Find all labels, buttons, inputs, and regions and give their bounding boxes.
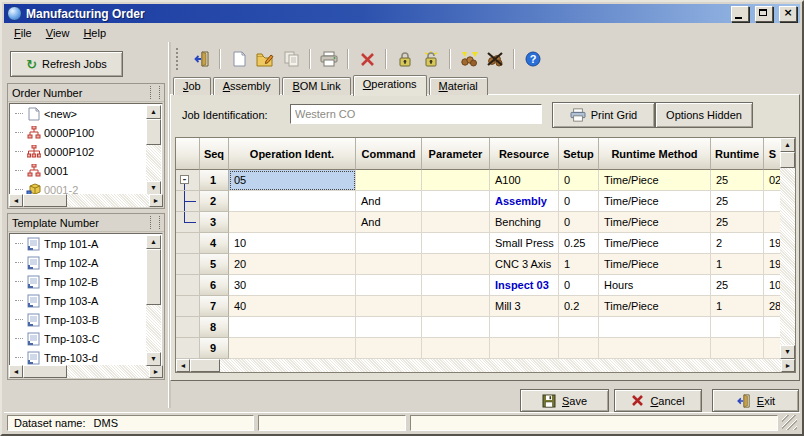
template-item[interactable]: Tmp-103-B xyxy=(10,310,162,329)
grid-header-clipped[interactable]: S xyxy=(764,138,781,170)
cell-runtime-method[interactable] xyxy=(599,338,711,359)
order-tree-hscrollbar[interactable]: ◄ ► xyxy=(9,194,163,207)
scroll-right-button[interactable]: ► xyxy=(149,365,163,378)
maximize-button[interactable] xyxy=(755,6,773,22)
scroll-down-button[interactable]: ▼ xyxy=(146,352,161,366)
scrollbar-thumb[interactable] xyxy=(190,359,220,372)
cell-parameter[interactable] xyxy=(422,191,490,212)
grid-header-indicator[interactable] xyxy=(176,138,200,170)
row-seq-cell[interactable]: 1 xyxy=(200,170,229,191)
cell-setup[interactable]: 0.2 xyxy=(559,296,599,317)
row-seq-cell[interactable]: 5 xyxy=(200,254,229,275)
row-seq-cell[interactable]: 6 xyxy=(200,275,229,296)
cell-runtime-method[interactable]: Time/Piece xyxy=(599,233,711,254)
cell-runtime[interactable]: 25 xyxy=(711,212,764,233)
scroll-up-button[interactable]: ▲ xyxy=(780,138,795,152)
menu-view[interactable]: View xyxy=(40,25,78,41)
cell-runtime-method[interactable] xyxy=(599,317,711,338)
row-seq-cell[interactable]: 2 xyxy=(200,191,229,212)
scroll-left-button[interactable]: ◄ xyxy=(9,194,23,207)
row-indicator-cell[interactable] xyxy=(176,212,200,233)
scroll-down-button[interactable]: ▼ xyxy=(780,345,795,359)
refresh-jobs-button[interactable]: ↻ Refresh Jobs xyxy=(10,51,123,77)
resize-grip[interactable] xyxy=(782,415,797,430)
cell-runtime-method[interactable]: Hours xyxy=(599,275,711,296)
cell-operation-ident[interactable]: 30 xyxy=(229,275,356,296)
help-toolbar-button[interactable]: ? xyxy=(521,47,545,71)
cell-setup[interactable]: 0 xyxy=(559,191,599,212)
scrollbar-thumb[interactable] xyxy=(23,365,67,378)
grid-header-setup[interactable]: Setup xyxy=(559,138,599,170)
cell-operation-ident[interactable] xyxy=(229,191,356,212)
cell-clipped[interactable]: 28 xyxy=(764,296,781,317)
cell-setup[interactable]: 0 xyxy=(559,275,599,296)
close-button[interactable]: × xyxy=(779,6,797,22)
cell-runtime[interactable] xyxy=(711,338,764,359)
exit-button[interactable]: Exit xyxy=(712,389,799,412)
cell-operation-ident[interactable] xyxy=(229,317,356,338)
scrollbar-thumb[interactable] xyxy=(23,194,67,207)
scrollbar-track[interactable] xyxy=(146,119,161,181)
cell-resource[interactable]: Inspect 03 xyxy=(490,275,559,296)
cell-clipped[interactable]: 02 xyxy=(764,170,781,191)
cell-operation-ident[interactable]: 20 xyxy=(229,254,356,275)
cell-setup[interactable]: 0 xyxy=(559,212,599,233)
cell-resource[interactable]: CNC 3 Axis xyxy=(490,254,559,275)
rebuild-materials-toolbar-button[interactable] xyxy=(457,47,481,71)
job-identification-field[interactable] xyxy=(290,104,542,124)
row-indicator-cell[interactable] xyxy=(176,191,200,212)
copy-toolbar-button[interactable] xyxy=(279,47,303,71)
cell-operation-ident[interactable]: 05 xyxy=(229,170,356,191)
cell-runtime[interactable]: 25 xyxy=(711,191,764,212)
cell-command[interactable] xyxy=(356,254,422,275)
cell-operation-ident[interactable] xyxy=(229,338,356,359)
cell-parameter[interactable] xyxy=(422,275,490,296)
template-item[interactable]: Tmp 102-B xyxy=(10,272,162,291)
tab-job[interactable]: Job xyxy=(173,77,211,95)
cell-runtime[interactable]: 25 xyxy=(711,275,764,296)
scrollbar-track[interactable] xyxy=(190,359,781,372)
cell-clipped[interactable] xyxy=(764,338,781,359)
cell-runtime[interactable]: 2 xyxy=(711,233,764,254)
new-toolbar-button[interactable] xyxy=(227,47,251,71)
exit-toolbar-button[interactable] xyxy=(189,47,213,71)
menu-file[interactable]: File xyxy=(8,25,40,41)
cell-runtime-method[interactable]: Time/Piece xyxy=(599,254,711,275)
cell-parameter[interactable] xyxy=(422,212,490,233)
cell-operation-ident[interactable] xyxy=(229,212,356,233)
print-grid-button[interactable]: Print Grid xyxy=(552,102,655,128)
delete-materials-toolbar-button[interactable] xyxy=(483,47,507,71)
grid-header-runtime-method[interactable]: Runtime Method xyxy=(599,138,711,170)
cell-parameter[interactable] xyxy=(422,254,490,275)
cell-clipped[interactable]: 10 xyxy=(764,275,781,296)
template-item[interactable]: Tmp 101-A xyxy=(10,234,162,253)
cell-setup[interactable]: 0.25 xyxy=(559,233,599,254)
grid-header-command[interactable]: Command xyxy=(356,138,422,170)
grid-header-seq[interactable]: Seq xyxy=(200,138,229,170)
scrollbar-track[interactable] xyxy=(146,249,161,352)
cell-setup[interactable]: 0 xyxy=(559,170,599,191)
template-tree-vscrollbar[interactable]: ▲ ▼ xyxy=(146,235,161,366)
cell-resource[interactable]: Mill 3 xyxy=(490,296,559,317)
cell-runtime[interactable]: 1 xyxy=(711,296,764,317)
cell-command[interactable]: And xyxy=(356,212,422,233)
cell-setup[interactable] xyxy=(559,338,599,359)
scroll-right-button[interactable]: ► xyxy=(149,194,163,207)
grid-header-operation-ident[interactable]: Operation Ident. xyxy=(229,138,356,170)
row-indicator-cell[interactable] xyxy=(176,317,200,338)
grid-vscrollbar[interactable]: ▲ ▼ xyxy=(780,138,795,359)
scrollbar-track[interactable] xyxy=(23,194,149,207)
cell-resource[interactable]: Assembly xyxy=(490,191,559,212)
cell-clipped[interactable]: 19 xyxy=(764,254,781,275)
cell-clipped[interactable] xyxy=(764,317,781,338)
edit-toolbar-button[interactable] xyxy=(253,47,277,71)
order-item-new[interactable]: <new> xyxy=(10,104,162,123)
cell-runtime[interactable]: 1 xyxy=(711,254,764,275)
cell-setup[interactable] xyxy=(559,317,599,338)
panel-header-handle[interactable] xyxy=(150,216,160,229)
cell-parameter[interactable] xyxy=(422,170,490,191)
order-item[interactable]: 0000P102 xyxy=(10,142,162,161)
row-seq-cell[interactable]: 8 xyxy=(200,317,229,338)
row-seq-cell[interactable]: 3 xyxy=(200,212,229,233)
cell-parameter[interactable] xyxy=(422,233,490,254)
